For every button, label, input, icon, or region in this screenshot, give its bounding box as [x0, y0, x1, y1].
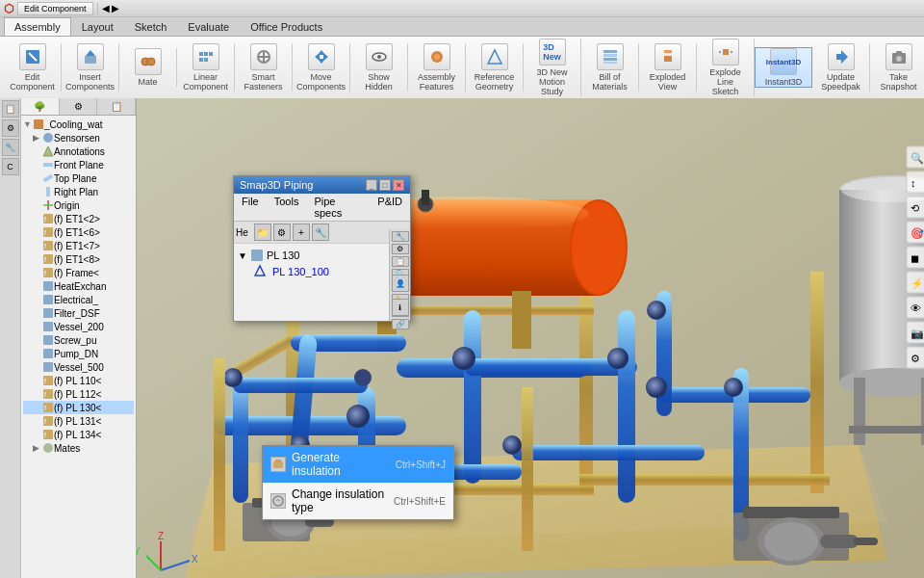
svg-rect-37: [43, 163, 53, 167]
mate-icon[interactable]: [135, 48, 162, 75]
piping-title-bar[interactable]: Smap3D Piping _ □ ✕: [234, 176, 410, 194]
scene-svg: X Z Y CAD 🔍 ↕ ⟲ 🎯: [137, 98, 924, 578]
svg-rect-131: [854, 538, 878, 545]
tree-item-pump-dn[interactable]: Pump_DN: [23, 347, 134, 360]
tree-item-pl131[interactable]: f (f) PL 131<: [23, 414, 134, 428]
edit-component-btn[interactable]: Edit Component: [17, 2, 93, 15]
tree-item-et1-8[interactable]: f (f) ET1<8>: [23, 252, 134, 266]
explode-line-icon[interactable]: [712, 39, 739, 66]
piping-side-tool-1[interactable]: 🔧: [392, 231, 409, 242]
group-hidden: ShowHidden: [350, 43, 408, 92]
ctx-generate-insulation[interactable]: Generate insulation Ctrl+Shift+J: [263, 446, 453, 483]
piping-side-tool-2[interactable]: ⚙: [392, 244, 409, 254]
group-linear: LinearComponent: [177, 43, 235, 92]
feature-tree-content: ▼ _Cooling_wat ▶ Sensorsen Annotations: [21, 116, 136, 578]
exploded-view-icon[interactable]: [654, 43, 681, 70]
group-bom: Bill ofMaterials: [581, 43, 639, 92]
tree-item-pl110[interactable]: f (f) PL 110<: [23, 374, 134, 387]
tree-item-pl130[interactable]: f (f) PL 130<: [23, 401, 134, 414]
svg-point-116: [646, 377, 667, 398]
piping-tool-3[interactable]: +: [293, 223, 310, 241]
tree-item-vessel500[interactable]: Vessel_500: [23, 360, 134, 374]
tree-item-frame[interactable]: f (f) Frame<: [23, 266, 134, 279]
tree-item-annotations[interactable]: Annotations: [23, 144, 134, 158]
piping-maximize-btn[interactable]: □: [379, 179, 391, 191]
piping-menu-tools[interactable]: Tools: [267, 194, 307, 221]
svg-rect-132: [214, 358, 225, 551]
tab-layout[interactable]: Layout: [71, 17, 124, 36]
piping-side-tool-10[interactable]: ℹ: [392, 299, 409, 316]
tree-item-vessel200[interactable]: Vessel_200: [23, 320, 134, 333]
assembly-features-icon[interactable]: [424, 43, 450, 70]
tree-item-pl134[interactable]: f (f) PL 134<: [23, 428, 134, 441]
tree-item-right-plan[interactable]: Right Plan: [23, 185, 134, 198]
group-explode-line: ExplodeLine Sketch: [697, 39, 755, 96]
piping-node-pl130[interactable]: ▼ PL 130: [238, 248, 406, 263]
tree-item-et1-2[interactable]: f (f) ET1<2>: [23, 212, 134, 225]
tree-item-root[interactable]: ▼ _Cooling_wat: [23, 118, 134, 131]
tree-item-electrical[interactable]: Electrical_: [23, 293, 134, 306]
tree-item-front-plane[interactable]: Front Plane: [23, 158, 134, 171]
panel-tab-props[interactable]: ⚙: [60, 98, 98, 115]
smart-fasteners-icon[interactable]: [250, 43, 277, 70]
piping-side-tool-8[interactable]: 🔗: [392, 319, 409, 329]
nav-arrow-left[interactable]: ◀: [102, 3, 110, 13]
piping-menu-file[interactable]: File: [234, 194, 267, 221]
config-manager-icon[interactable]: 🔧: [2, 139, 19, 156]
tree-item-heatexchan[interactable]: HeatExchan: [23, 279, 134, 293]
tree-item-et1-7[interactable]: f (f) ET1<7>: [23, 239, 134, 252]
edit-component-icon[interactable]: [19, 43, 46, 70]
piping-close-btn[interactable]: ✕: [393, 179, 404, 191]
piping-tool-1[interactable]: 📁: [254, 223, 271, 241]
piping-node-pl130-100[interactable]: PL 130_100: [238, 263, 406, 280]
tab-evaluate[interactable]: Evaluate: [177, 17, 240, 36]
piping-menu-pid[interactable]: P&ID: [370, 194, 410, 221]
piping-side-tool-9[interactable]: 👤: [392, 275, 409, 292]
svg-point-35: [43, 133, 53, 143]
svg-rect-25: [603, 58, 617, 61]
show-hidden-icon[interactable]: [366, 43, 393, 70]
cam-icon[interactable]: C: [2, 158, 19, 175]
tab-office-products[interactable]: Office Products: [240, 17, 333, 36]
tree-item-filter[interactable]: Filter_DSF: [23, 306, 134, 320]
3d-motion-icon[interactable]: 3DNew: [539, 39, 566, 66]
group-exploded-label: ExplodedView: [650, 72, 686, 92]
tree-item-pl112[interactable]: f (f) PL 112<: [23, 387, 134, 401]
group-speedpak: UpdateSpeedpak: [812, 43, 870, 92]
reference-geometry-icon[interactable]: [481, 43, 508, 70]
svg-rect-58: [43, 362, 53, 372]
piping-minimize-btn[interactable]: _: [366, 179, 377, 191]
take-snapshot-icon[interactable]: [886, 43, 912, 70]
svg-rect-53: [43, 295, 53, 304]
tree-item-top-plane[interactable]: Top Plane: [23, 171, 134, 185]
feature-manager-icon[interactable]: 📋: [2, 100, 19, 118]
tab-sketch[interactable]: Sketch: [124, 17, 178, 36]
instant3d-icon[interactable]: Instant3D: [770, 48, 797, 75]
piping-menu-pipespecs[interactable]: Pipe specs: [306, 194, 370, 221]
viewport-3d[interactable]: X Z Y CAD 🔍 ↕ ⟲ 🎯: [137, 98, 924, 578]
svg-marker-16: [315, 53, 320, 61]
svg-rect-38: [43, 174, 54, 182]
move-components-icon[interactable]: [308, 43, 335, 70]
tree-item-et1-6[interactable]: f (f) ET1<6>: [23, 225, 134, 239]
tree-item-origin[interactable]: Origin: [23, 198, 134, 212]
tree-item-sensorsen[interactable]: ▶ Sensorsen: [23, 131, 134, 144]
ctx-change-insulation-type[interactable]: Change insulation type Ctrl+Shift+E: [263, 483, 453, 519]
svg-point-117: [724, 378, 743, 397]
piping-tool-4[interactable]: 🔧: [312, 223, 329, 241]
linear-pattern-icon[interactable]: [192, 43, 219, 70]
piping-side-tool-3[interactable]: 📋: [392, 256, 409, 267]
property-manager-icon[interactable]: ⚙: [2, 119, 19, 137]
tab-assembly[interactable]: Assembly: [4, 17, 71, 36]
insert-components-icon[interactable]: [77, 43, 104, 70]
piping-tool-2[interactable]: ⚙: [273, 223, 291, 241]
svg-rect-104: [512, 445, 705, 460]
bill-of-materials-icon[interactable]: [597, 43, 624, 70]
tree-item-mates[interactable]: ▶ Mates: [23, 441, 134, 455]
update-speedpak-icon[interactable]: [828, 43, 855, 70]
group-insert-label: InsertComponents: [65, 72, 115, 92]
panel-tab-tree[interactable]: 🌳: [21, 98, 60, 115]
panel-tab-config[interactable]: 📋: [97, 98, 136, 115]
nav-arrow-right[interactable]: ▶: [112, 3, 119, 13]
tree-item-screw[interactable]: Screw_pu: [23, 333, 134, 347]
